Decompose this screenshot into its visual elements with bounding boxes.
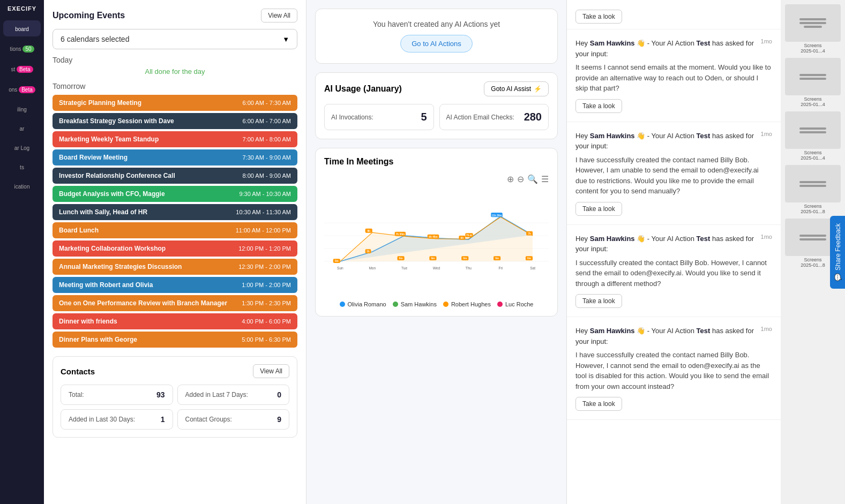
event-item[interactable]: Breakfast Strategy Session with Dave6:00…	[53, 113, 297, 129]
event-item[interactable]: Board Lunch11:00 AM - 12:00 PM	[53, 222, 297, 238]
svg-text:6h: 6h	[461, 237, 464, 239]
sidebar-item-st[interactable]: st Beta	[3, 60, 41, 77]
legend-dot	[497, 302, 503, 307]
sidebar-item-notifications[interactable]: tions 50	[3, 40, 41, 57]
svg-text:0m: 0m	[431, 257, 435, 260]
sidebar-item-ar[interactable]: ar	[3, 120, 41, 136]
contacts-title: Contacts	[61, 367, 95, 376]
event-item[interactable]: Strategic Planning Meeting6:00 AM - 7:30…	[53, 95, 297, 111]
thumbnail-item-2[interactable]: Screens2025-01...4	[785, 58, 841, 107]
time-meetings-chart: 0m 8h 1h 7h 30m 0m 6h 45m	[324, 189, 549, 296]
notification-body: I successfully created the contact Billy…	[575, 258, 772, 289]
ai-actions-card: You haven't created any AI Actions yet G…	[315, 9, 558, 64]
thumbnail-label-2: Screens2025-01...4	[785, 96, 841, 107]
sidebar-item-label: ication	[6, 184, 38, 190]
svg-text:0m: 0m	[463, 257, 467, 260]
sidebar-item-iling[interactable]: iling	[3, 101, 41, 117]
thumbnail-label-3: Screens2025-01...4	[785, 150, 841, 161]
event-name: Strategic Planning Meeting	[59, 99, 238, 107]
stat-label: Added in Last 30 Days:	[69, 416, 135, 423]
event-time: 6:00 AM - 7:30 AM	[243, 100, 291, 106]
take-look-button[interactable]: Take a look	[575, 294, 622, 308]
sidebar-item-board[interactable]: board	[3, 20, 41, 36]
legend-item: Robert Hughes	[443, 301, 491, 307]
svg-text:0m: 0m	[335, 260, 339, 262]
goto-ai-assist-button[interactable]: Goto AI Assist ⚡	[484, 81, 549, 96]
event-item[interactable]: Marketing Weekly Team Standup7:00 AM - 8…	[53, 131, 297, 147]
thumbnail-item-1[interactable]: Screens2025-01...4	[785, 4, 841, 54]
take-look-button[interactable]: Take a look	[575, 397, 622, 411]
share-feedback-label: Share Feedback	[834, 223, 842, 270]
chart-legend: Olivia RomanoSam HawkinsRobert HughesLuc…	[324, 301, 549, 307]
contacts-header: Contacts View All	[61, 364, 289, 378]
notification-time: 1mo	[761, 131, 772, 137]
event-item[interactable]: Dinner with friends4:00 PM - 6:00 PM	[53, 313, 297, 329]
take-look-button-0[interactable]: Take a look	[575, 10, 622, 24]
thumbnail-item-4[interactable]: Screens2025-01...8	[785, 165, 841, 214]
sidebar-item-ar-log[interactable]: ar Log	[3, 139, 41, 155]
event-name: Meeting with Robert and Olivia	[59, 281, 237, 289]
notification-card: Hey Sam Hawkins 👋 - Your AI Action Test …	[567, 317, 781, 420]
sidebar-item-ication[interactable]: ication	[3, 178, 41, 194]
notification-title: Hey Sam Hawkins 👋 - Your AI Action Test …	[575, 234, 757, 254]
ai-stats-grid: AI Invocations: 5 AI Action Email Checks…	[324, 104, 549, 130]
event-time: 11:00 AM - 12:00 PM	[236, 227, 291, 234]
menu-icon[interactable]: ☰	[541, 174, 549, 184]
calendar-selector[interactable]: 6 calendars selected ▼	[53, 29, 297, 49]
thumbnail-item-3[interactable]: Screens2025-01...4	[785, 111, 841, 161]
event-item[interactable]: One on One Performance Review with Branc…	[53, 295, 297, 311]
thumbnail-label-4: Screens2025-01...8	[785, 204, 841, 214]
notification-title: Hey Sam Hawkins 👋 - Your AI Action Test …	[575, 38, 757, 59]
event-name: Dinner with friends	[59, 318, 237, 325]
time-meetings-card: Time In Meetings ⊕ ⊖ 🔍 ☰	[315, 148, 558, 317]
event-time: 4:00 PM - 6:00 PM	[242, 318, 291, 325]
event-item[interactable]: Investor Relationship Conference Call8:0…	[53, 168, 297, 184]
zoom-out-icon[interactable]: ⊖	[517, 174, 524, 184]
contacts-view-all-button[interactable]: View All	[253, 364, 289, 378]
event-item[interactable]: Budget Analysis with CFO, Maggie9:30 AM …	[53, 186, 297, 202]
search-icon[interactable]: 🔍	[527, 174, 538, 184]
contacts-section: Contacts View All Total:93Added in Last …	[53, 356, 297, 438]
stat-value: 0	[277, 390, 281, 399]
app-logo: EXECIFY	[8, 5, 36, 12]
left-panel: Upcoming Events View All 6 calendars sel…	[44, 0, 306, 504]
event-item[interactable]: Annual Marketing Strategies Discussion12…	[53, 259, 297, 275]
event-item[interactable]: Marketing Collaboration Workshop12:00 PM…	[53, 240, 297, 257]
contacts-stat-item: Total:93	[61, 385, 173, 405]
svg-text:Wed: Wed	[433, 266, 440, 270]
event-time: 9:30 AM - 10:30 AM	[239, 191, 291, 197]
middle-panel: You haven't created any AI Actions yet G…	[306, 0, 566, 504]
sidebar-item-label: ts	[6, 164, 38, 170]
sidebar: EXECIFY board tions 50 st Beta ons Beta …	[0, 0, 44, 504]
sidebar-item-ts[interactable]: ts	[3, 159, 41, 175]
event-item[interactable]: Lunch with Sally, Head of HR10:30 AM - 1…	[53, 204, 297, 220]
share-feedback-button[interactable]: 💬 Share Feedback	[830, 215, 845, 288]
svg-text:Mon: Mon	[369, 266, 376, 270]
event-item[interactable]: Board Review Meeting7:30 AM - 9:00 AM	[53, 149, 297, 166]
sidebar-item-ons[interactable]: ons Beta	[3, 80, 41, 97]
notification-header: Hey Sam Hawkins 👋 - Your AI Action Test …	[575, 234, 772, 254]
events-view-all-button[interactable]: View All	[261, 9, 297, 22]
notification-header: Hey Sam Hawkins 👋 - Your AI Action Test …	[575, 38, 772, 59]
event-name: Board Review Meeting	[59, 154, 238, 161]
take-look-button[interactable]: Take a look	[575, 99, 622, 113]
ai-usage-header: AI Usage (January) Goto AI Assist ⚡	[324, 81, 549, 96]
ai-assist-label: Goto AI Assist	[491, 85, 531, 93]
zoom-in-icon[interactable]: ⊕	[507, 174, 514, 184]
legend-item: Sam Hawkins	[393, 301, 437, 307]
goto-ai-actions-button[interactable]: Go to AI Actions	[400, 35, 473, 52]
event-item[interactable]: Meeting with Robert and Olivia1:00 PM - …	[53, 277, 297, 293]
sidebar-item-label: iling	[6, 107, 38, 112]
notification-body: I have successfully created the contact …	[575, 350, 772, 392]
thumbnail-image-3	[785, 111, 841, 149]
contacts-stat-item: Added in Last 7 Days:0	[177, 385, 290, 405]
event-item[interactable]: Dinner Plans with George5:00 PM - 6:30 P…	[53, 332, 297, 348]
sidebar-item-label: ar Log	[6, 145, 38, 151]
notification-time: 1mo	[761, 38, 772, 44]
svg-text:Sat: Sat	[530, 266, 535, 270]
take-look-button[interactable]: Take a look	[575, 202, 622, 216]
events-title: Upcoming Events	[53, 11, 125, 20]
first-notification: Take a look	[567, 0, 781, 29]
notification-card: Hey Sam Hawkins 👋 - Your AI Action Test …	[567, 122, 781, 225]
svg-text:Fri: Fri	[498, 266, 503, 270]
